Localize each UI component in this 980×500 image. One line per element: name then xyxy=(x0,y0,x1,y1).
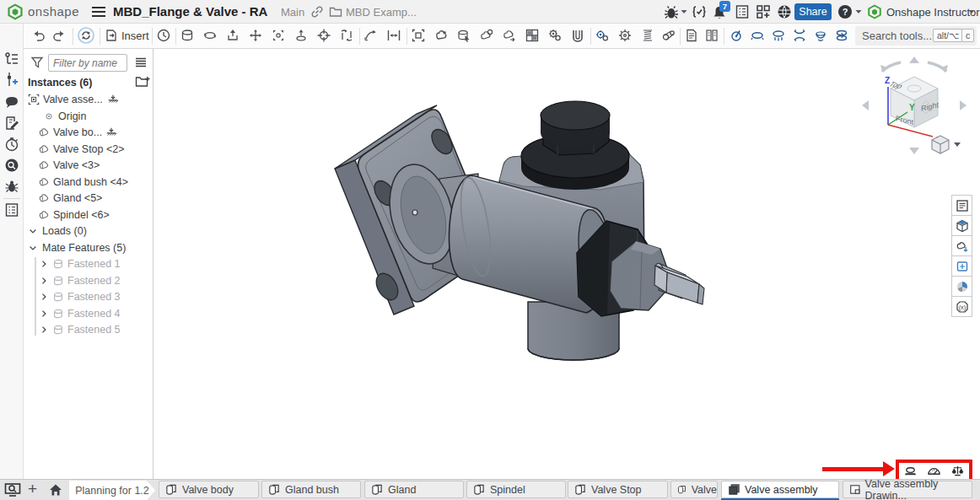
search-tools-label[interactable]: Search tools... xyxy=(862,30,932,42)
tree-row-mate[interactable]: Fastened 3 xyxy=(24,288,153,305)
tree-row-loads[interactable]: Loads (0) xyxy=(24,223,153,239)
follow-mode-icon[interactable] xyxy=(4,482,21,497)
main-menu-icon[interactable] xyxy=(91,6,106,18)
apps-store-icon[interactable] xyxy=(756,4,771,19)
variables-button[interactable] xyxy=(951,296,972,317)
redo-icon[interactable] xyxy=(52,29,66,42)
search-tools[interactable]: Search tools... alt/⌥ c xyxy=(855,26,977,46)
document-title[interactable]: MBD_Flange & Valve - RA xyxy=(113,4,267,19)
version-tab[interactable]: Planning for 1.2 xyxy=(69,481,155,500)
tab-spindel[interactable]: Spindel xyxy=(466,481,566,498)
tree-row-mate[interactable]: Fastened 5 xyxy=(24,321,153,338)
version-tab-label[interactable]: Planning for 1.2 xyxy=(75,485,149,497)
chevron-right-icon[interactable] xyxy=(39,259,49,269)
comments-icon[interactable] xyxy=(4,94,19,110)
tab-valve-body[interactable]: Valve body xyxy=(159,481,259,498)
edit-document-icon[interactable] xyxy=(4,116,19,131)
tree-label[interactable]: Mate Features (5) xyxy=(42,242,126,254)
tab-label[interactable]: Valve assembly xyxy=(745,484,818,496)
clamp-icon[interactable] xyxy=(571,29,584,42)
tree-label[interactable]: Spindel <6> xyxy=(53,209,110,221)
rack-pinion-icon[interactable] xyxy=(618,29,632,42)
tab-gland-bush[interactable]: Gland bush xyxy=(261,481,361,498)
tree-label[interactable]: Gland bush <4> xyxy=(53,176,128,188)
tree-row-mate-features[interactable]: Mate Features (5) xyxy=(24,239,153,256)
tree-label[interactable]: Valve <3> xyxy=(53,159,100,171)
view-cube[interactable]: Top Front Right Z Y X xyxy=(859,53,968,163)
mate-connector-icon[interactable] xyxy=(317,29,331,42)
account-name[interactable]: Onshape Instructor xyxy=(886,6,980,19)
code-check-icon[interactable] xyxy=(692,4,707,19)
tree-label[interactable]: Fastened 5 xyxy=(67,324,121,336)
named-views-icon[interactable] xyxy=(903,465,918,477)
onshape-logo-icon[interactable] xyxy=(7,3,24,20)
notes-panel-button[interactable] xyxy=(951,195,972,216)
section-view-icon[interactable] xyxy=(927,465,941,477)
account-caret-icon[interactable] xyxy=(968,9,975,14)
mate-cylindrical-icon[interactable] xyxy=(835,29,848,42)
properties-form-icon[interactable] xyxy=(4,202,19,218)
mate-revolute-icon[interactable] xyxy=(730,29,743,42)
tree-row-origin[interactable]: Origin xyxy=(24,108,153,125)
filter-input[interactable] xyxy=(48,54,127,72)
help-icon[interactable] xyxy=(837,4,853,19)
folder-name[interactable]: MBD Examp... xyxy=(346,6,417,19)
tree-label[interactable]: Valve asse... xyxy=(43,94,103,105)
chevron-right-icon[interactable] xyxy=(39,325,49,335)
mate-planar-icon[interactable] xyxy=(793,29,806,42)
selection-box-icon[interactable] xyxy=(412,29,425,42)
insert-part-icon[interactable] xyxy=(180,29,194,42)
tree-row-part[interactable]: Spindel <6> xyxy=(24,207,153,223)
lift-tool-icon[interactable] xyxy=(294,29,308,42)
analytics-button[interactable] xyxy=(951,276,972,297)
mate-fastened-icon[interactable] xyxy=(751,29,764,42)
tab-gland[interactable]: Gland xyxy=(364,481,464,498)
workspace-label[interactable]: Main xyxy=(281,6,304,19)
mate-ball-icon[interactable] xyxy=(814,29,827,42)
tree-label[interactable]: Valve bo... xyxy=(53,126,102,138)
insert-to-folder-icon[interactable] xyxy=(135,75,150,89)
list-view-icon[interactable] xyxy=(134,56,148,69)
add-tab-button[interactable]: + xyxy=(28,480,37,498)
tree-row-mate[interactable]: Fastened 1 xyxy=(24,255,153,272)
mate-slider-icon[interactable] xyxy=(772,29,785,42)
revert-clock-icon[interactable] xyxy=(157,29,170,42)
tab-label[interactable]: Gland bush xyxy=(285,484,339,496)
tree-row-part[interactable]: Valve Stop <2> xyxy=(24,141,153,158)
spring-icon[interactable] xyxy=(641,29,654,42)
tree-row-mate[interactable]: Fastened 2 xyxy=(24,272,153,289)
gear-relation-icon[interactable] xyxy=(595,29,609,42)
translate-up-icon[interactable] xyxy=(226,29,240,42)
tab-label[interactable]: Gland xyxy=(388,484,416,496)
tree-row-mate[interactable]: Fastened 4 xyxy=(24,305,153,322)
tab-label[interactable]: Valve body xyxy=(182,484,234,496)
fit-width-icon[interactable] xyxy=(387,29,401,42)
chevron-down-icon[interactable] xyxy=(28,226,38,236)
tab-valve-stop[interactable]: Valve Stop xyxy=(568,481,668,498)
chevron-right-icon[interactable] xyxy=(39,292,49,302)
tab-label[interactable]: Valve Stop xyxy=(591,484,642,496)
tree-label[interactable]: Fastened 1 xyxy=(67,258,121,270)
filter-icon[interactable] xyxy=(30,56,44,69)
replicate-icon[interactable] xyxy=(480,29,493,42)
create-version-icon[interactable] xyxy=(4,72,19,87)
report-bug-icon[interactable] xyxy=(664,4,679,19)
chevron-right-icon[interactable] xyxy=(39,276,49,286)
rotate-tool-icon[interactable] xyxy=(203,29,217,42)
chevron-down-icon[interactable] xyxy=(28,243,38,253)
link-icon[interactable] xyxy=(310,5,324,19)
new-part-icon[interactable] xyxy=(434,29,448,42)
tab-label[interactable]: Valve xyxy=(692,484,717,496)
release-button[interactable] xyxy=(951,235,972,256)
tree-row-part[interactable]: Valve <3> xyxy=(24,157,153,174)
bug-caret-icon[interactable] xyxy=(681,9,687,14)
tree-label[interactable]: Fastened 4 xyxy=(67,308,121,320)
tree-label[interactable]: Gland <5> xyxy=(53,192,102,204)
search-globe-icon[interactable] xyxy=(4,158,19,173)
gears-icon[interactable] xyxy=(548,29,562,42)
notification-badge[interactable]: 7 xyxy=(719,1,730,12)
tab-valve[interactable]: Valve xyxy=(670,481,718,498)
tree-row-part[interactable]: Gland <5> xyxy=(24,190,153,207)
move-tool-icon[interactable] xyxy=(249,29,262,42)
tree-row-root[interactable]: Valve asse... xyxy=(24,91,153,108)
